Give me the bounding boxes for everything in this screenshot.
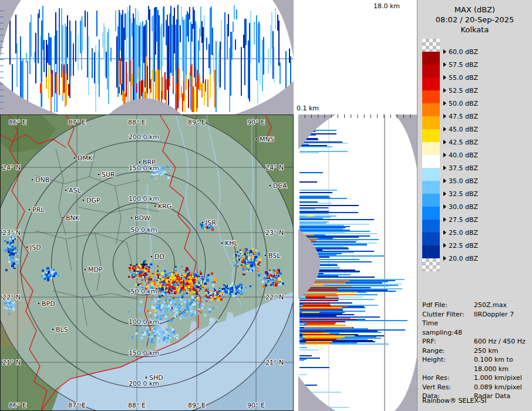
echo-pixel [152, 328, 153, 329]
profile-streak [166, 20, 167, 45]
profile-streak [234, 5, 235, 19]
profile-streak [220, 42, 221, 87]
city-marker [97, 173, 100, 176]
city-label: MNS [260, 136, 274, 143]
echo-pixel [174, 301, 176, 303]
profile-streak [299, 309, 343, 311]
profile-streak [299, 143, 348, 144]
profile-streak [299, 215, 336, 217]
profile-streak [243, 35, 244, 49]
echo-pixel [161, 288, 163, 290]
profile-streak-warm [205, 79, 206, 92]
profile-streak-warm [201, 84, 203, 97]
echo-pixel [160, 283, 161, 284]
echo-pixel [150, 336, 152, 338]
echo-pixel [184, 271, 186, 273]
echo-pixel [258, 274, 260, 277]
echo-pixel [17, 259, 19, 261]
echo-pixel [243, 271, 245, 274]
echo-pixel [180, 281, 182, 284]
lon-label: 87° E [68, 402, 86, 409]
echo-pixel [257, 251, 258, 252]
vertical-profile-top [0, 0, 294, 114]
lat-label: 23° N [2, 229, 21, 237]
profile-streak [224, 12, 225, 90]
echo-pixel [233, 260, 234, 261]
profile-streak [299, 197, 330, 198]
city-label: BPD [42, 300, 55, 308]
profile-streak [188, 14, 189, 42]
echo-pixel [7, 257, 8, 258]
profile-streak-warm [50, 74, 52, 112]
echo-pixel [12, 237, 14, 240]
echo-pixel [235, 289, 237, 291]
profile-streak [235, 39, 236, 50]
profile-streak-warm [305, 297, 325, 298]
echo-pixel [181, 306, 183, 308]
profile-streak-warm [150, 79, 151, 93]
city-marker [255, 138, 258, 140]
echo-pixel [211, 281, 213, 283]
city-marker [145, 376, 147, 379]
echo-pixel [138, 308, 140, 310]
echo-pixel [246, 265, 248, 267]
echo-pixel [237, 285, 240, 288]
echo-pixel [257, 270, 259, 272]
profile-streak [299, 320, 408, 321]
profile-streak [299, 201, 318, 203]
lon-label: 88° E [128, 402, 146, 409]
echo-pixel [130, 264, 132, 266]
city-marker [221, 242, 223, 244]
echo-pixel [162, 312, 165, 315]
echo-pixel [166, 273, 169, 275]
city-marker [26, 246, 28, 248]
info-row: 18.000 km [422, 365, 531, 374]
echo-pixel [147, 279, 148, 280]
profile-streak [137, 11, 139, 79]
echo-pixel [274, 280, 275, 282]
product-info: Pdf File:250Z.maxClutter Filter:IIRDoppl… [422, 301, 531, 401]
city-marker [38, 302, 40, 305]
echo-pixel [268, 272, 270, 274]
profile-streak-warm [189, 72, 190, 87]
echo-pixel [184, 280, 186, 282]
echo-pixel [188, 315, 190, 317]
echo-pixel [184, 287, 187, 289]
echo-pixel [188, 300, 190, 301]
profile-streak [122, 10, 123, 95]
echo-pixel [55, 272, 57, 275]
echo-pixel [207, 294, 209, 296]
echo-pixel [153, 340, 154, 341]
profile-streak-warm [200, 83, 201, 90]
echo-pixel [194, 314, 196, 315]
legend-title: MAX (dBZ) [417, 5, 532, 15]
echo-pixel [187, 314, 188, 316]
echo-pixel [181, 315, 184, 318]
profile-streak [20, 36, 21, 97]
echo-pixel [150, 342, 151, 343]
city-label: BLS [56, 326, 68, 333]
echo-pixel [212, 284, 214, 287]
echo-pixel [245, 256, 247, 258]
profile-streak [228, 14, 229, 36]
echo-pixel [191, 296, 194, 298]
echo-pixel [238, 255, 239, 257]
info-row: Pdf File:250Z.max [422, 301, 531, 310]
profile-streak [81, 16, 82, 69]
echo-pixel [171, 293, 173, 294]
echo-pixel [166, 316, 167, 318]
echo-pixel [220, 292, 221, 294]
scale-arrow-icon [443, 191, 446, 196]
echo-pixel [251, 259, 254, 261]
echo-pixel [270, 277, 272, 279]
echo-pixel [13, 251, 15, 252]
profile-streak [299, 225, 344, 226]
profile-streak [193, 7, 194, 29]
echo-pixel [147, 310, 149, 312]
echo-pixel [244, 289, 247, 291]
echo-pixel [214, 289, 216, 291]
echo-pixel [176, 278, 177, 280]
echo-pixel [153, 285, 154, 287]
vertical-profile-side [298, 114, 417, 411]
echo-pixel [253, 254, 255, 255]
